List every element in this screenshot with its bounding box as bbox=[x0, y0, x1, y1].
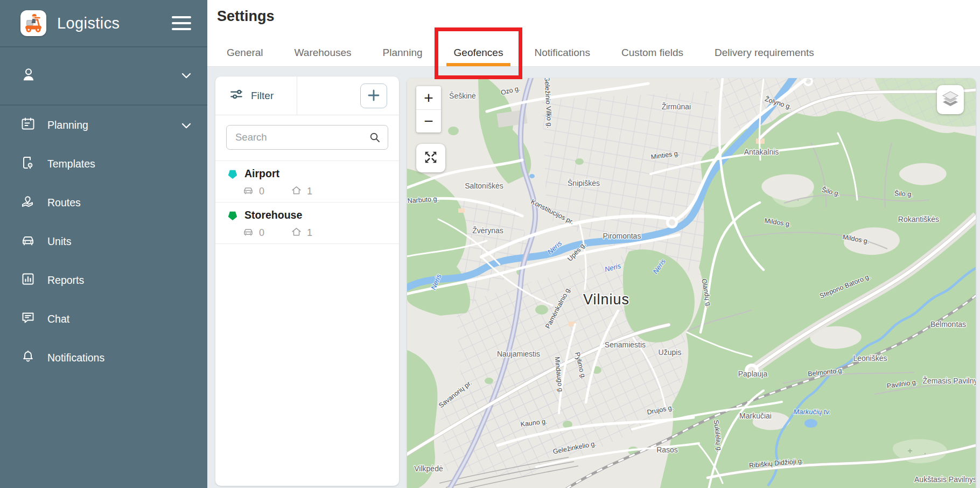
search-icon bbox=[369, 131, 381, 145]
plus-icon bbox=[367, 88, 381, 104]
warehouses-count: 1 bbox=[307, 227, 312, 239]
user-menu[interactable] bbox=[0, 46, 207, 106]
vehicle-icon bbox=[20, 233, 36, 250]
units-count: 0 bbox=[259, 186, 264, 197]
filter-button[interactable]: Filter bbox=[215, 76, 297, 115]
page-title: Settings bbox=[217, 8, 275, 25]
panel-toolbar: Filter bbox=[215, 76, 399, 115]
sidebar-item-label: Units bbox=[47, 235, 191, 248]
map-label: Vilnius bbox=[583, 291, 629, 308]
vehicle-icon bbox=[242, 226, 254, 240]
map-canvas[interactable]: VilniusŠeškinėŽirmūnaiAntakalnisSaltoniš… bbox=[407, 78, 976, 488]
map-label: Rasos bbox=[656, 445, 678, 454]
tab-label: Planning bbox=[383, 47, 423, 59]
logo-row: Logistics bbox=[0, 0, 207, 46]
map-label: Užupis bbox=[659, 348, 682, 357]
map-label: Šilo g. bbox=[894, 189, 913, 198]
tab-label: Delivery requirements bbox=[715, 47, 814, 59]
sidebar: Logistics Planning bbox=[0, 0, 207, 488]
map-zoom-controls: + − bbox=[416, 86, 441, 133]
bell-icon bbox=[20, 349, 36, 367]
map[interactable]: VilniusŠeškinėŽirmūnaiAntakalnisSaltoniš… bbox=[407, 78, 976, 488]
map-label: Šeškinė bbox=[449, 92, 476, 100]
filter-label: Filter bbox=[251, 90, 274, 102]
pentagon-icon bbox=[227, 210, 238, 221]
units-count: 0 bbox=[259, 227, 264, 239]
map-label: Saltoniškės bbox=[465, 182, 503, 190]
app-title: Logistics bbox=[57, 15, 161, 32]
hamburger-icon[interactable] bbox=[172, 15, 191, 32]
chevron-down-icon bbox=[181, 119, 191, 131]
person-icon bbox=[20, 67, 37, 85]
sidebar-item-units[interactable]: Units bbox=[0, 222, 207, 261]
home-icon bbox=[291, 185, 302, 199]
sidebar-nav: Planning Templates bbox=[0, 106, 207, 377]
pentagon-icon bbox=[227, 169, 238, 179]
sidebar-item-label: Templates bbox=[47, 158, 191, 170]
sidebar-item-templates[interactable]: Templates bbox=[0, 144, 207, 183]
map-label: Paplauja bbox=[738, 370, 768, 378]
map-label: Žemasis Pavilnys bbox=[923, 377, 976, 385]
tab-bar: General Warehouses Planning Geofences No… bbox=[227, 39, 814, 66]
sidebar-item-label: Chat bbox=[47, 313, 191, 325]
tab-label: Notifications bbox=[534, 47, 590, 59]
header: Settings General Warehouses Planning Geo… bbox=[207, 0, 980, 67]
tab-general[interactable]: General bbox=[227, 39, 263, 66]
zoom-in-button[interactable]: + bbox=[416, 86, 441, 109]
tab-custom-fields[interactable]: Custom fields bbox=[621, 39, 683, 66]
zoom-out-button[interactable]: − bbox=[416, 109, 441, 133]
sidebar-item-label: Notifications bbox=[47, 352, 191, 364]
tab-label: Geofences bbox=[454, 47, 503, 59]
sliders-icon bbox=[229, 87, 243, 104]
tab-label: Warehouses bbox=[295, 47, 352, 59]
tab-label: General bbox=[227, 47, 263, 59]
calendar-icon bbox=[20, 116, 36, 134]
map-label: Markučiai bbox=[739, 412, 772, 420]
map-label: Naujamiestis bbox=[497, 350, 540, 358]
chat-icon bbox=[20, 310, 36, 328]
bar-chart-icon bbox=[20, 271, 36, 289]
geofence-name: Airport bbox=[244, 168, 279, 180]
map-label: Žvėrynas bbox=[472, 226, 503, 235]
vehicle-icon bbox=[242, 184, 254, 199]
tab-geofences[interactable]: Geofences bbox=[454, 39, 503, 66]
map-label: Piromontas bbox=[603, 232, 641, 240]
sidebar-item-label: Planning bbox=[47, 119, 170, 131]
tab-delivery-requirements[interactable]: Delivery requirements bbox=[715, 39, 814, 66]
sidebar-item-chat[interactable]: Chat bbox=[0, 299, 207, 338]
tab-planning[interactable]: Planning bbox=[383, 39, 423, 66]
geofence-item-airport[interactable]: Airport bbox=[215, 161, 399, 203]
warehouses-count: 1 bbox=[307, 186, 312, 197]
tab-label: Custom fields bbox=[621, 47, 683, 59]
main-area: Settings General Warehouses Planning Geo… bbox=[207, 0, 980, 488]
search-input[interactable] bbox=[226, 125, 388, 150]
map-label: Rokantiškės bbox=[898, 215, 939, 224]
map-label: Šnipiškės bbox=[568, 179, 600, 187]
geofence-item-storehouse[interactable]: Storehouse bbox=[215, 203, 399, 244]
layers-button[interactable] bbox=[937, 85, 964, 114]
map-label: Leoniškės bbox=[853, 354, 887, 362]
sidebar-item-label: Routes bbox=[47, 197, 191, 209]
add-geofence-button[interactable] bbox=[360, 83, 387, 108]
map-label: Senamiestis bbox=[605, 340, 646, 349]
map-label: Žirmūnai bbox=[662, 102, 691, 111]
chevron-down-icon bbox=[181, 71, 191, 81]
search-section bbox=[215, 115, 399, 161]
geofences-panel: Filter bbox=[215, 76, 399, 486]
geofence-list: Airport bbox=[215, 161, 399, 244]
tab-notifications[interactable]: Notifications bbox=[534, 39, 590, 66]
sidebar-item-reports[interactable]: Reports bbox=[0, 261, 207, 299]
map-label: Antakalnis bbox=[744, 148, 779, 156]
sidebar-item-planning[interactable]: Planning bbox=[0, 106, 207, 144]
layers-icon bbox=[940, 88, 961, 111]
expand-icon bbox=[423, 150, 438, 167]
fullscreen-button[interactable] bbox=[416, 144, 445, 172]
home-icon bbox=[291, 226, 302, 240]
sidebar-item-notifications[interactable]: Notifications bbox=[0, 338, 207, 377]
sidebar-item-routes[interactable]: Routes bbox=[0, 183, 207, 222]
sidebar-item-label: Reports bbox=[47, 274, 191, 287]
tab-warehouses[interactable]: Warehouses bbox=[295, 39, 352, 66]
map-label: Vilkpėdė bbox=[414, 464, 443, 473]
content: Filter bbox=[207, 67, 980, 488]
map-label: Aukštasis Pavilnys bbox=[914, 475, 976, 484]
